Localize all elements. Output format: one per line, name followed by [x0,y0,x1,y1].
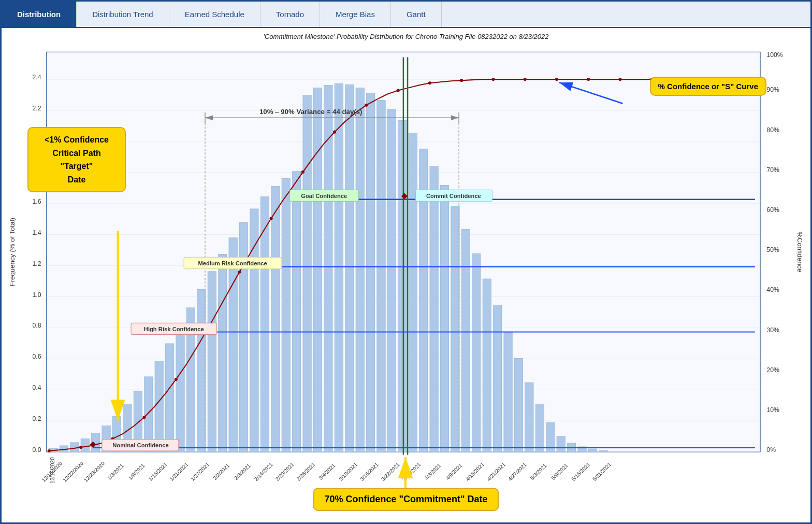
svg-rect-84 [504,332,512,452]
svg-text:1/9/2021: 1/9/2021 [127,462,146,481]
svg-text:5/9/2021: 5/9/2021 [550,462,569,481]
svg-rect-69 [345,84,354,452]
svg-rect-75 [409,134,417,452]
svg-text:Frequency (% of Total): Frequency (% of Total) [8,218,16,286]
svg-text:2/2/2021: 2/2/2021 [212,462,230,481]
tab-distribution-trend[interactable]: Distribution Trend [77,2,169,27]
svg-rect-73 [387,109,396,452]
tab-gantt[interactable]: Gantt [391,2,442,27]
svg-text:1/15/2021: 1/15/2021 [148,461,168,482]
svg-rect-64 [292,172,300,452]
svg-text:3/16/2021: 3/16/2021 [359,461,380,482]
tab-bar: Distribution Distribution Trend Earned S… [2,2,810,28]
svg-text:10% – 90% Variance = 44 day(s): 10% – 90% Variance = 44 day(s) [259,108,363,116]
tab-tornado[interactable]: Tornado [260,2,320,27]
chart-container: 'Commitment Milestone' Probability Distr… [2,28,810,522]
critical-path-text: <1% ConfidenceCritical Path"Target"Date [45,135,109,184]
svg-text:80%: 80% [766,126,779,134]
svg-text:1.4: 1.4 [32,229,41,236]
svg-rect-62 [271,186,280,452]
svg-rect-55 [197,289,206,452]
svg-text:2/8/2021: 2/8/2021 [233,462,252,481]
svg-text:1.6: 1.6 [32,198,41,205]
svg-rect-81 [472,253,481,452]
svg-point-94 [48,449,51,452]
svg-text:0.6: 0.6 [32,353,41,360]
tab-merge-bias[interactable]: Merge Bias [320,2,391,27]
svg-text:3/22/2021: 3/22/2021 [380,461,401,482]
svg-point-106 [428,81,431,84]
svg-text:30%: 30% [766,327,779,334]
svg-text:20%: 20% [766,366,779,374]
tab-distribution[interactable]: Distribution [2,2,77,27]
svg-text:70%: 70% [766,166,779,174]
svg-rect-56 [208,272,216,452]
svg-text:Commit Confidence: Commit Confidence [426,193,481,199]
svg-point-102 [301,171,304,174]
svg-text:High Risk Confidence: High Risk Confidence [144,326,204,332]
svg-text:5/3/2021: 5/3/2021 [529,462,548,481]
svg-rect-72 [377,101,385,452]
svg-text:5/15/2021: 5/15/2021 [571,461,591,482]
svg-text:4/3/2021: 4/3/2021 [424,462,442,481]
svg-text:3/4/2021: 3/4/2021 [317,462,336,481]
svg-text:2.2: 2.2 [32,105,41,112]
main-chart-svg: 0.0 0.2 0.4 0.6 0.8 1.0 1.2 1.4 1.6 1.8 … [4,41,808,515]
svg-rect-93 [599,450,607,452]
svg-text:1/3/2021: 1/3/2021 [106,462,125,481]
svg-text:5/21/2021: 5/21/2021 [591,461,612,482]
svg-rect-60 [250,209,258,452]
svg-rect-59 [239,222,248,452]
svg-text:60%: 60% [766,206,779,214]
svg-rect-86 [525,383,533,452]
svg-rect-71 [366,93,374,452]
svg-text:Goal Confidence: Goal Confidence [301,193,347,199]
svg-text:3/10/2021: 3/10/2021 [338,461,358,482]
svg-text:1.0: 1.0 [32,291,41,299]
svg-text:Medium Risk Confidence: Medium Risk Confidence [198,260,267,266]
svg-text:4/21/2021: 4/21/2021 [486,461,506,482]
svg-point-113 [650,78,654,81]
svg-text:0.0: 0.0 [32,446,41,454]
svg-point-107 [460,79,463,82]
svg-rect-63 [282,178,290,452]
svg-point-104 [365,104,368,107]
svg-text:2/14/2021: 2/14/2021 [253,461,274,482]
tab-earned-schedule[interactable]: Earned Schedule [169,2,260,27]
app-container: Distribution Distribution Trend Earned S… [0,0,812,524]
svg-rect-66 [313,88,322,452]
svg-point-101 [270,217,273,220]
svg-rect-44 [81,439,89,452]
svg-text:4/15/2021: 4/15/2021 [465,461,485,482]
svg-rect-51 [155,361,163,452]
svg-point-103 [333,131,336,134]
chart-area: 0.0 0.2 0.4 0.6 0.8 1.0 1.2 1.4 1.6 1.8 … [4,41,808,515]
svg-text:1.2: 1.2 [32,260,41,267]
svg-point-109 [524,78,527,81]
svg-text:4/9/2021: 4/9/2021 [445,462,463,481]
svg-rect-52 [165,344,173,452]
svg-point-97 [143,416,146,419]
svg-text:2.4: 2.4 [32,74,41,81]
svg-rect-61 [260,197,269,452]
svg-point-114 [682,78,685,81]
svg-text:2/26/2021: 2/26/2021 [296,461,316,482]
svg-text:12/28/2020: 12/28/2020 [83,460,106,483]
svg-text:10%: 10% [766,406,779,414]
svg-text:12/22/2020: 12/22/2020 [62,460,84,483]
svg-rect-80 [461,230,470,452]
annotation-critical-path: <1% ConfidenceCritical Path"Target"Date [27,127,126,192]
svg-rect-92 [588,449,597,452]
svg-point-95 [79,446,82,449]
svg-text:0%: 0% [766,446,776,454]
svg-point-115 [714,78,717,81]
svg-rect-65 [303,95,311,452]
svg-text:100%: 100% [766,52,782,59]
svg-text:4/27/2021: 4/27/2021 [507,461,528,482]
svg-rect-70 [356,88,364,452]
svg-text:1/21/2021: 1/21/2021 [169,461,190,482]
svg-text:90%: 90% [766,87,779,94]
svg-point-108 [491,78,495,81]
svg-text:%Confidence: %Confidence [796,232,804,272]
svg-rect-53 [176,325,184,452]
